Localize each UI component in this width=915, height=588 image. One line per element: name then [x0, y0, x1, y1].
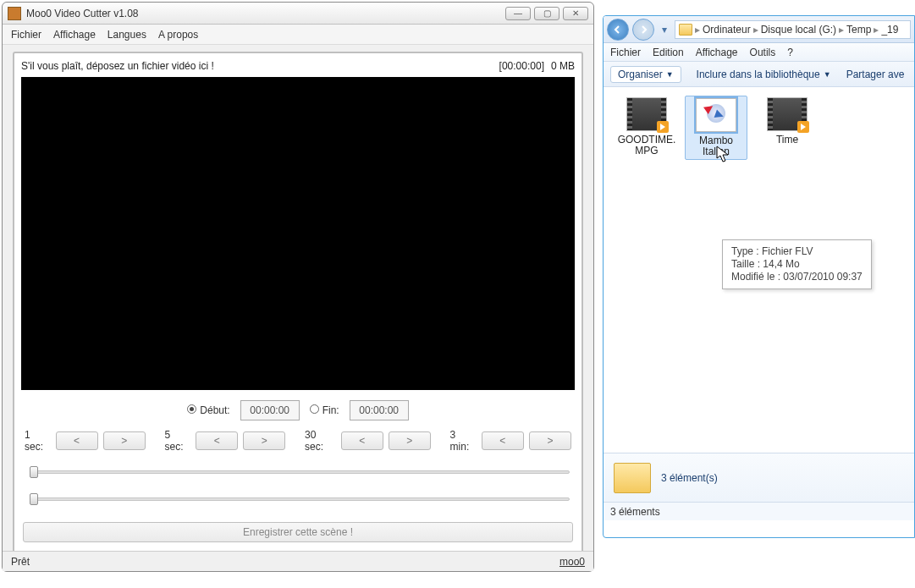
chevron-down-icon: ▼ — [666, 70, 674, 79]
moo0-titlebar[interactable]: Moo0 Video Cutter v1.08 — ▢ ✕ — [3, 3, 593, 25]
exp-menu-view[interactable]: Affichage — [696, 47, 738, 58]
seek-1sec-back[interactable]: < — [56, 431, 98, 450]
save-scene-button[interactable]: Enregistrer cette scène ! — [23, 522, 573, 542]
seek-3min-back[interactable]: < — [482, 431, 524, 450]
chevron-down-icon: ▼ — [824, 70, 831, 79]
end-slider[interactable] — [26, 492, 570, 507]
seek-1sec-label: 1 sec: — [25, 429, 49, 453]
end-slider-thumb[interactable] — [30, 493, 38, 505]
seek-3min-fwd[interactable]: > — [529, 431, 571, 450]
file-tooltip: Type : Fichier FLV Taille : 14,4 Mo Modi… — [722, 239, 872, 289]
close-button[interactable]: ✕ — [563, 7, 588, 20]
status-ready: Prêt — [11, 556, 559, 568]
details-count: 3 élément(s) — [661, 472, 718, 484]
seek-30sec-back[interactable]: < — [341, 431, 383, 450]
seek-5sec-fwd[interactable]: > — [243, 431, 285, 450]
nav-history-dropdown[interactable]: ▾ — [658, 21, 671, 38]
share-button[interactable]: Partager ave — [846, 69, 905, 80]
video-panel: S'il vous plaît, déposez un fichier vidé… — [13, 52, 583, 554]
flv-file-icon — [696, 98, 736, 132]
menu-lang[interactable]: Langues — [107, 29, 146, 41]
seek-3min-label: 3 min: — [450, 429, 475, 453]
exp-menu-help[interactable]: ? — [787, 47, 793, 58]
exp-menu-edit[interactable]: Edition — [653, 47, 684, 58]
moo0-window: Moo0 Video Cutter v1.08 — ▢ ✕ Fichier Af… — [2, 2, 594, 572]
file-goodtime[interactable]: GOODTIME.MPG — [615, 97, 678, 157]
chevron-right-icon: ▸ — [753, 24, 758, 36]
seek-5sec-back[interactable]: < — [196, 431, 238, 450]
explorer-menubar: Fichier Edition Affichage Outils ? — [604, 43, 914, 62]
file-time[interactable]: Time — [756, 97, 819, 146]
include-library-button[interactable]: Inclure dans la bibliothèque ▼ — [697, 69, 831, 80]
seek-5sec-label: 5 sec: — [165, 429, 190, 453]
folder-icon — [679, 24, 692, 36]
moo0-link[interactable]: moo0 — [559, 556, 585, 568]
explorer-toolbar: Organiser ▼ Inclure dans la bibliothèque… — [604, 62, 914, 87]
filesize-display: 0 MB — [551, 60, 575, 72]
explorer-file-pane[interactable]: GOODTIME.MPG MamboItalian Time Type : Fi… — [604, 87, 914, 453]
explorer-window: ▾ ▸ Ordinateur ▸ Disque local (G:) ▸ Tem… — [603, 15, 915, 538]
menu-file[interactable]: Fichier — [11, 29, 41, 41]
video-thumbnail-icon — [767, 97, 808, 131]
chevron-right-icon: ▸ — [839, 24, 844, 36]
explorer-statusbar: 3 éléments — [604, 502, 914, 520]
breadcrumb-drive[interactable]: Disque local (G:) — [761, 24, 836, 36]
moo0-app-icon — [8, 7, 21, 20]
video-thumbnail-icon — [626, 97, 667, 131]
seek-30sec-fwd[interactable]: > — [389, 431, 431, 450]
moo0-menubar: Fichier Affichage Langues A propos — [3, 25, 593, 45]
breadcrumb-computer[interactable]: Ordinateur — [703, 24, 751, 36]
moo0-statusbar: Prêt moo0 — [3, 551, 593, 571]
maximize-button[interactable]: ▢ — [534, 7, 559, 20]
exp-menu-tools[interactable]: Outils — [750, 47, 776, 58]
nav-back-button[interactable] — [607, 19, 629, 41]
chevron-right-icon: ▸ — [695, 24, 700, 36]
nav-forward-button[interactable] — [632, 19, 654, 41]
end-time-input[interactable] — [350, 400, 409, 420]
timecode-display: [00:00:00] — [499, 60, 544, 72]
chevron-right-icon: ▸ — [874, 24, 879, 36]
video-drop-area[interactable] — [21, 77, 575, 390]
start-radio[interactable]: Début: — [187, 404, 229, 416]
breadcrumb-temp[interactable]: Temp — [846, 24, 871, 36]
menu-about[interactable]: A propos — [158, 29, 198, 41]
explorer-details-pane: 3 élément(s) — [604, 453, 914, 502]
exp-menu-file[interactable]: Fichier — [610, 47, 641, 58]
breadcrumb-folder[interactable]: _19 — [881, 24, 898, 36]
breadcrumb-bar[interactable]: ▸ Ordinateur ▸ Disque local (G:) ▸ Temp … — [675, 20, 911, 39]
start-time-input[interactable] — [240, 400, 300, 420]
seek-1sec-fwd[interactable]: > — [103, 431, 146, 450]
moo0-title: Moo0 Video Cutter v1.08 — [26, 8, 505, 19]
end-radio[interactable]: Fin: — [310, 404, 339, 416]
minimize-button[interactable]: — — [505, 7, 531, 20]
file-mambo-italiano[interactable]: MamboItalian — [685, 96, 747, 160]
folder-icon — [614, 463, 651, 493]
explorer-navbar: ▾ ▸ Ordinateur ▸ Disque local (G:) ▸ Tem… — [604, 16, 914, 43]
status-count: 3 éléments — [610, 506, 660, 518]
start-slider-thumb[interactable] — [30, 466, 38, 478]
seek-30sec-label: 30 sec: — [305, 429, 334, 453]
start-slider[interactable] — [26, 464, 570, 480]
menu-view[interactable]: Affichage — [53, 29, 96, 41]
organize-button[interactable]: Organiser ▼ — [610, 66, 681, 83]
drop-prompt: S'il vous plaît, déposez un fichier vidé… — [21, 60, 499, 72]
